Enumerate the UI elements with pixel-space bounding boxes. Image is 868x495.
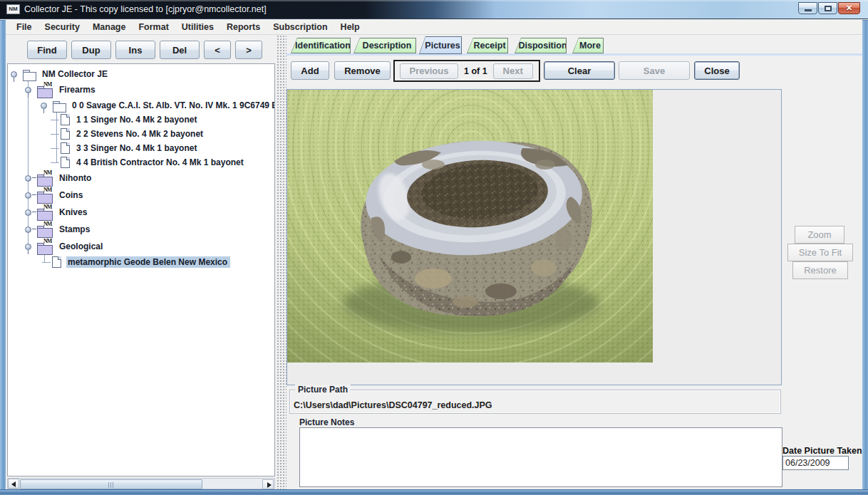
tree-connector: [51, 120, 59, 120]
split-pane-divider[interactable]: [277, 35, 286, 489]
page-icon: [52, 256, 61, 268]
menu-format[interactable]: Format: [132, 21, 175, 33]
window-frame-right: [862, 20, 868, 489]
picture-nav-group: Previous 1 of 1 Next: [393, 60, 540, 82]
tree-item-nihonto[interactable]: NM Nihonto: [8, 170, 274, 187]
collection-tree: NM Collector JE NM Firearms 0 0 Savage C…: [7, 63, 275, 476]
close-window-button[interactable]: ✕: [838, 2, 860, 14]
date-picture-taken-input[interactable]: [782, 456, 849, 470]
tab-pictures[interactable]: Pictures: [419, 36, 462, 54]
nm-folder-icon: NM: [37, 222, 54, 236]
del-button[interactable]: Del: [160, 41, 200, 59]
scrollbar-thumb[interactable]: [20, 479, 202, 489]
tab-description[interactable]: Description: [353, 38, 416, 53]
tree-item-label: Knives: [58, 207, 90, 218]
save-button[interactable]: Save: [619, 61, 690, 80]
expand-handle-icon[interactable]: [25, 192, 32, 199]
maximize-button[interactable]: [818, 2, 837, 14]
tab-more[interactable]: More: [572, 38, 604, 53]
scrollbar-grip: [108, 482, 115, 488]
ins-button[interactable]: Ins: [115, 41, 155, 59]
expand-handle-icon[interactable]: [11, 71, 18, 78]
expand-handle-icon[interactable]: [25, 174, 32, 182]
tree-item-label: 4 4 British Contractor No. 4 Mk 1 bayone…: [75, 157, 247, 168]
tree-item-knives[interactable]: NM Knives: [8, 204, 274, 221]
tree-item-label: Nihonto: [58, 172, 94, 184]
page-icon: [61, 128, 70, 140]
nm-folder-icon: NM: [37, 171, 54, 185]
tab-identification[interactable]: Identification: [291, 38, 351, 53]
tree-item-root[interactable]: NM Collector JE: [8, 67, 274, 81]
menu-utilities[interactable]: Utilities: [175, 21, 220, 33]
add-picture-button[interactable]: Add: [291, 61, 329, 80]
scroll-right-arrow[interactable]: [262, 479, 274, 489]
next-record-button[interactable]: >: [235, 41, 262, 59]
tree-connector: [51, 134, 59, 135]
window-frame-left: [0, 20, 6, 489]
tree-item-metamorphic-geode[interactable]: metamorphic Geode Belen New Mexico: [8, 255, 274, 269]
close-button[interactable]: Close: [694, 61, 740, 80]
expand-handle-icon[interactable]: [25, 209, 32, 216]
remove-picture-button[interactable]: Remove: [334, 61, 391, 80]
folder-icon: [23, 69, 36, 80]
tree-item-singer-mk2-bayonet[interactable]: 1 1 Singer No. 4 Mk 2 bayonet: [8, 113, 274, 127]
menu-manage[interactable]: Manage: [86, 21, 133, 33]
tree-horizontal-scrollbar[interactable]: [7, 478, 275, 489]
tree-item-geological[interactable]: NM Geological: [8, 238, 274, 255]
tree-item-label: 0 0 Savage C.A.I. St. Alb. VT. No. IV Mk…: [71, 100, 275, 111]
tree-item-label: NM Collector JE: [41, 68, 110, 80]
nm-folder-icon: NM: [37, 239, 54, 254]
title-bar[interactable]: NM Collector JE - This copy licensed to …: [0, 0, 868, 19]
menu-help[interactable]: Help: [334, 21, 366, 33]
previous-picture-button[interactable]: Previous: [400, 63, 458, 79]
page-icon: [61, 142, 70, 154]
dup-button[interactable]: Dup: [71, 41, 111, 59]
tab-disposition[interactable]: Disposition: [515, 38, 567, 53]
expand-handle-icon[interactable]: [25, 86, 32, 93]
tree-item-label: Stamps: [58, 224, 93, 235]
picture-display-area: [286, 89, 782, 385]
find-button[interactable]: Find: [27, 41, 67, 59]
clear-button[interactable]: Clear: [544, 61, 615, 80]
minimize-button[interactable]: [798, 2, 817, 14]
tree-item-british-contractor-bayonet[interactable]: 4 4 British Contractor No. 4 Mk 1 bayone…: [8, 155, 274, 170]
restore-button[interactable]: Restore: [792, 261, 848, 279]
menu-security[interactable]: Security: [38, 21, 86, 33]
nm-folder-icon: NM: [37, 205, 54, 219]
tab-content-border: [286, 53, 862, 56]
zoom-button[interactable]: Zoom: [795, 226, 844, 244]
picture-notes-input[interactable]: [299, 427, 782, 487]
next-picture-button[interactable]: Next: [493, 63, 533, 79]
titlebar-highlight: [0, 0, 868, 1]
expand-handle-icon[interactable]: [25, 243, 32, 250]
tree-item-stevens-mk2-bayonet[interactable]: 2 2 Stevens No. 4 Mk 2 bayonet: [8, 127, 274, 141]
collection-tree-panel: Find Dup Ins Del < > NM Collector JE NM …: [6, 35, 277, 489]
tree-item-stamps[interactable]: NM Stamps: [8, 221, 274, 238]
tree-item-savage-rifle[interactable]: 0 0 Savage C.A.I. St. Alb. VT. No. IV Mk…: [8, 98, 274, 113]
tree-connector: [51, 148, 59, 149]
scroll-left-arrow[interactable]: [8, 479, 19, 489]
tree-item-label: 2 2 Stevens No. 4 Mk 2 bayonet: [75, 128, 206, 140]
window-frame-bottom: [0, 489, 868, 495]
expand-handle-icon[interactable]: [25, 226, 32, 233]
tree-item-label: Coins: [58, 189, 86, 201]
size-to-fit-button[interactable]: Size To Fit: [787, 244, 853, 261]
picture-path-group: Picture Path C:\Users\dad\Pictures\DSC04…: [289, 390, 781, 414]
expand-handle-icon[interactable]: [41, 102, 48, 109]
date-picture-taken-label: Date Picture Taken: [782, 446, 862, 456]
minimize-icon: [805, 9, 812, 11]
picture-path-value: C:\Users\dad\Pictures\DSC04797_reduced.J…: [294, 400, 492, 410]
page-icon: [61, 157, 70, 168]
tree-item-label: 1 1 Singer No. 4 Mk 2 bayonet: [75, 114, 200, 125]
prev-record-button[interactable]: <: [204, 41, 231, 59]
menu-subscription[interactable]: Subscription: [267, 21, 334, 33]
tree-connector: [51, 162, 59, 163]
picture-counter: 1 of 1: [464, 66, 487, 76]
tree-item-firearms[interactable]: NM Firearms: [8, 81, 274, 98]
tree-item-singer-mk1-bayonet[interactable]: 3 3 Singer No. 4 Mk 1 bayonet: [8, 141, 274, 155]
maximize-icon: [825, 6, 832, 11]
menu-file[interactable]: File: [10, 21, 38, 33]
tab-receipt[interactable]: Receipt: [467, 38, 508, 53]
tree-item-coins[interactable]: NM Coins: [8, 187, 274, 204]
menu-reports[interactable]: Reports: [220, 21, 267, 33]
